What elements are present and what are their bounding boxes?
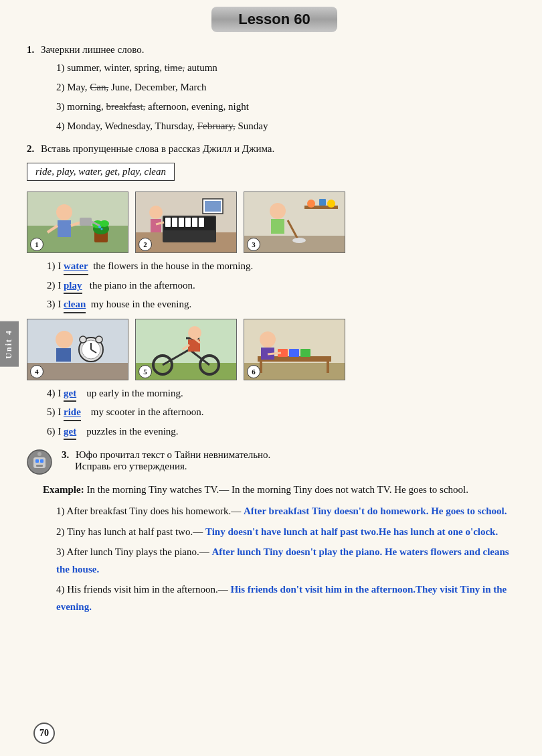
item-text: Monday, Wednesday, Thursday, <box>67 121 197 131</box>
strikethrough-word: Can, <box>90 82 108 92</box>
image-number-4: 4 <box>30 365 43 378</box>
word-box-content: ride, play, water, get, play, clean <box>27 163 175 181</box>
sentence-num: 6) <box>47 426 56 437</box>
sentence-suffix: puzzles in the evening. <box>76 426 178 437</box>
svg-rect-28 <box>205 201 221 212</box>
list-item: 1) After breakfast Tiny does his homewor… <box>56 503 522 520</box>
item-num: 4) <box>56 584 65 595</box>
answer-word: get <box>64 424 76 441</box>
item-num: 1) <box>56 62 65 73</box>
svg-rect-20 <box>179 218 184 227</box>
svg-point-5 <box>100 220 109 227</box>
strikethrough-word: breakfast, <box>106 101 146 112</box>
image-2: 2 <box>135 192 237 253</box>
image-1: 1 <box>27 192 128 253</box>
example-block: Example: In the morning Tiny watches TV.… <box>43 481 522 498</box>
list-item: 5) I ride my scooter in the afternoon. <box>47 404 522 421</box>
sentence-prefix: I <box>58 406 64 417</box>
item-num: 4) <box>56 121 65 131</box>
sentence-num: 2) <box>47 280 56 291</box>
svg-rect-67 <box>289 349 299 357</box>
lesson-title: Lesson 60 <box>211 7 337 32</box>
svg-point-6 <box>56 204 72 220</box>
list-item: 6) I get puzzles in the evening. <box>47 424 522 441</box>
svg-point-35 <box>270 203 286 219</box>
item-text: After lunch Tiny plays the piano.— <box>66 546 211 557</box>
item-text: Tiny has lunch at half past two.— <box>67 526 205 537</box>
ex2-instruction: Вставь пропущенные слова в рассказ Джилл… <box>41 143 274 154</box>
sentence-prefix: I <box>58 299 64 309</box>
ex3-number: 3. <box>62 449 69 460</box>
list-item: 4) I get up early in the morning. <box>47 386 522 402</box>
sentence-num: 4) <box>47 388 56 398</box>
svg-rect-22 <box>192 218 197 227</box>
item-text: morning, <box>67 101 106 112</box>
ex2-sentences-4-6: 4) I get up early in the morning. 5) I r… <box>33 386 522 441</box>
ex3-instruction-line2: Исправь его утверждения. <box>75 461 187 471</box>
sentence-suffix: my house in the evening. <box>86 299 191 309</box>
list-item: 3) I clean my house in the evening. <box>47 297 522 313</box>
list-item: 1) I water the flowers in the house in t… <box>47 258 522 275</box>
sentence-suffix: my scooter in the afternoon. <box>81 406 204 417</box>
strikethrough-word: time, <box>165 62 185 73</box>
item-text: summer, winter, spring, <box>67 62 164 73</box>
image-number-2: 2 <box>139 238 152 251</box>
images-row-2: 4 <box>27 319 522 380</box>
svg-point-48 <box>96 336 102 343</box>
svg-point-38 <box>292 238 306 243</box>
lesson-header: Lesson 60 <box>27 7 522 32</box>
svg-point-24 <box>149 206 163 219</box>
list-item: 1) summer, winter, spring, time, autumn <box>56 60 522 76</box>
svg-rect-36 <box>271 219 284 234</box>
answer-word: clean <box>64 297 86 313</box>
svg-rect-74 <box>35 459 39 463</box>
strikethrough-word: February, <box>197 121 236 131</box>
image-number-3: 3 <box>247 238 260 251</box>
ex3-list: 1) After breakfast Tiny does his homewor… <box>43 503 522 615</box>
ex3-header: 3. Юфо прочитал текст о Тайни невнимател… <box>27 449 522 477</box>
item-text: After breakfast Tiny does his homework.— <box>66 506 244 516</box>
list-item: 4) Monday, Wednesday, Thursday, February… <box>56 118 522 134</box>
sentence-prefix: I <box>58 280 64 291</box>
item-text: autumn <box>185 62 217 73</box>
svg-rect-19 <box>172 218 177 227</box>
answer-word: get <box>64 386 76 402</box>
sentence-num: 3) <box>47 299 56 309</box>
example-text: In the morning Tiny watches TV.— In the … <box>86 484 468 495</box>
svg-rect-18 <box>165 218 171 227</box>
image-number-5: 5 <box>139 365 152 378</box>
svg-rect-23 <box>199 218 204 227</box>
page: Unit 4 Lesson 60 1. Зачеркни лишнее слов… <box>0 0 542 756</box>
exercise-3: 3. Юфо прочитал текст о Тайни невнимател… <box>27 449 522 615</box>
ex1-number: 1. <box>27 44 34 55</box>
image-4: 4 <box>27 319 128 380</box>
blue-answer: After breakfast Tiny doesn't do homework… <box>244 506 507 516</box>
svg-point-13 <box>101 228 103 230</box>
list-item: 2) May, Can, June, December, March <box>56 79 522 95</box>
item-num: 1) <box>56 506 65 516</box>
ex3-instruction-line1: Юфо прочитал текст о Тайни невнимательно… <box>76 449 270 460</box>
list-item: 2) Tiny has lunch at half past two.— Tin… <box>56 524 522 541</box>
robot-icon <box>27 449 52 475</box>
svg-rect-68 <box>300 349 310 357</box>
svg-point-12 <box>98 226 101 228</box>
ex1-list: 1) summer, winter, spring, time, autumn … <box>43 60 522 134</box>
sentence-suffix: the piano in the afternoon. <box>82 280 195 291</box>
svg-point-34 <box>327 200 335 208</box>
svg-point-41 <box>56 331 73 348</box>
item-num: 3) <box>56 101 65 112</box>
image-3: 3 <box>244 192 345 253</box>
ex1-instruction: Зачеркни лишнее слово. <box>41 44 144 55</box>
item-text: afternoon, evening, night <box>145 101 249 112</box>
svg-line-71 <box>268 353 281 354</box>
svg-rect-7 <box>58 220 71 237</box>
sentence-prefix: I <box>58 388 64 398</box>
svg-rect-10 <box>80 218 92 226</box>
image-number-1: 1 <box>30 238 43 251</box>
image-5: 5 <box>135 319 237 380</box>
list-item: 4) His friends visit him in the afternoo… <box>56 581 522 615</box>
sentence-prefix: I <box>58 426 64 437</box>
item-text: Sunday <box>236 121 268 131</box>
item-text: His friends visit him in the afternoon.— <box>67 584 230 595</box>
list-item: 3) morning, breakfast, afternoon, evenin… <box>56 98 522 115</box>
